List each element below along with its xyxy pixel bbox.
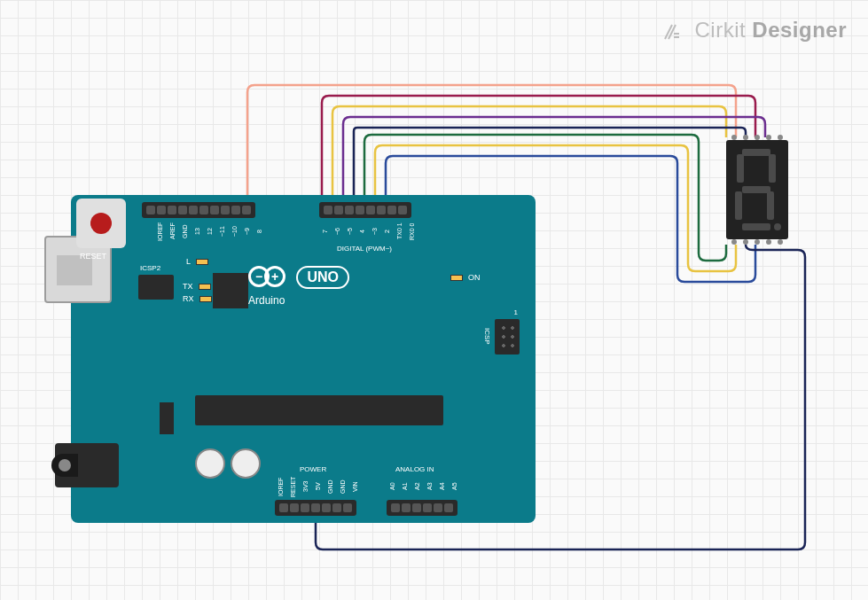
arduino-logo: −+ UNO xyxy=(248,266,349,289)
analog-labels: A0 A1 A2 A3 A4 A5 xyxy=(388,475,461,498)
led-rx: RX xyxy=(183,294,212,303)
watermark: Cirkit Designer xyxy=(661,18,847,43)
digital-right-labels: 7 ~6 ~5 4 ~3 2 TX0 1 RX0 0 xyxy=(321,220,418,243)
icsp-header xyxy=(495,319,520,355)
segment-dp xyxy=(774,223,781,230)
seven-segment-display[interactable] xyxy=(726,140,788,239)
watermark-brand: Cirkit xyxy=(694,18,746,42)
capacitors xyxy=(195,448,261,479)
chip-atmega328p xyxy=(195,395,443,425)
seg-pin-a xyxy=(766,135,771,140)
reset-button[interactable] xyxy=(76,199,126,248)
seg-pin-com-top xyxy=(755,135,760,140)
seg-pin-dp xyxy=(778,239,783,245)
digital-left-labels: IOREF AREF GND 13 12 ~11 ~10 ~9 8 xyxy=(144,220,266,243)
led-on: ON xyxy=(450,273,481,282)
icsp2-label: ICSP2 xyxy=(140,264,160,272)
segment-b xyxy=(769,154,776,183)
icsp-one: 1 xyxy=(514,308,518,316)
led-l: L xyxy=(186,257,208,266)
seg-pin-d xyxy=(743,239,748,245)
power-jack xyxy=(55,443,119,487)
power-section-label: POWER xyxy=(300,465,326,473)
seg-pin-f xyxy=(743,135,748,140)
analog-header[interactable] xyxy=(387,500,457,516)
icsp2-header xyxy=(138,275,174,300)
seg-pin-b xyxy=(778,135,783,140)
segment-f xyxy=(737,154,744,183)
arduino-board[interactable]: RESET ICSP2 IOREF AREF GND 13 12 ~11 ~10… xyxy=(71,195,536,523)
segment-a xyxy=(742,149,770,156)
arduino-name: Arduino xyxy=(248,294,285,307)
digital-section-label: DIGITAL (PWM~) xyxy=(337,245,392,253)
seg-pin-g xyxy=(731,135,737,140)
led-tx: TX xyxy=(183,282,211,291)
segment-e xyxy=(735,191,742,220)
chip-atmega16u2 xyxy=(213,273,248,308)
analog-section-label: ANALOG IN xyxy=(395,465,434,473)
watermark-product: Designer xyxy=(752,18,847,42)
model-label: UNO xyxy=(296,266,349,289)
segment-d xyxy=(742,223,770,230)
icsp-label: ICSP xyxy=(483,328,491,345)
seg-pin-com-bot xyxy=(755,239,760,245)
digital-header-right[interactable] xyxy=(319,202,411,218)
segment-c xyxy=(767,191,774,220)
seg-pin-c xyxy=(766,239,771,245)
power-header[interactable] xyxy=(275,500,356,516)
digital-header-left[interactable] xyxy=(142,202,255,218)
power-labels: IOREF RESET 3V3 5V GND GND VIN xyxy=(277,475,362,498)
seg-pin-e xyxy=(731,239,737,245)
watermark-icon xyxy=(661,21,683,43)
reset-label: RESET xyxy=(80,252,106,261)
voltage-regulator xyxy=(160,402,174,434)
